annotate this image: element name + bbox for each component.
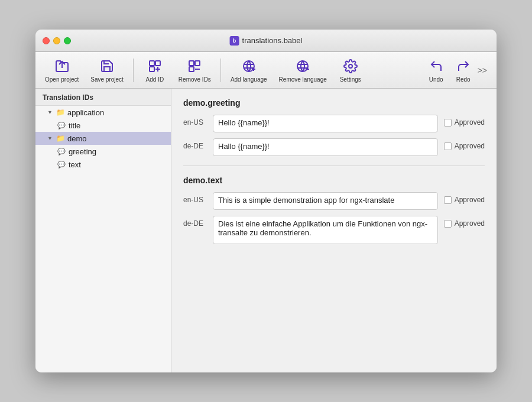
translation-input-text-de[interactable]: Dies ist eine einfache Applikation um di… xyxy=(213,216,438,244)
maximize-button[interactable] xyxy=(64,37,71,44)
title-bar: b translations.babel xyxy=(35,30,497,52)
svg-rect-3 xyxy=(150,67,154,72)
remove-ids-label: Remove IDs xyxy=(179,76,211,83)
file-title-icon: 💬 xyxy=(57,121,66,130)
remove-language-label: Remove language xyxy=(279,76,327,83)
svg-rect-6 xyxy=(189,61,194,66)
settings-button[interactable]: Settings xyxy=(334,56,367,85)
app-window: b translations.babel Open project xyxy=(35,30,497,372)
file-text-icon: 💬 xyxy=(57,160,66,169)
svg-point-19 xyxy=(349,64,352,68)
settings-label: Settings xyxy=(340,76,361,83)
sidebar-item-demo-greeting[interactable]: 💬 greeting xyxy=(35,145,171,158)
approved-checkbox-greeting-de[interactable] xyxy=(444,142,452,150)
arrow-demo: ▼ xyxy=(47,135,53,141)
remove-language-icon xyxy=(294,58,311,74)
toolbar-sep-1 xyxy=(133,59,134,82)
sidebar-item-application-label: application xyxy=(67,108,104,117)
svg-rect-7 xyxy=(195,61,200,66)
lang-label-greeting-en: en-US xyxy=(183,115,207,127)
open-project-button[interactable]: Open project xyxy=(40,56,83,85)
save-project-button[interactable]: Save project xyxy=(86,56,128,85)
lang-label-text-en: en-US xyxy=(183,192,207,204)
translation-row-greeting-en: en-US Hello {{name}}! Approved xyxy=(183,115,485,132)
redo-label: Redo xyxy=(456,76,471,83)
content-area: demo.greeting en-US Hello {{name}}! Appr… xyxy=(171,89,497,372)
window-title-text: translations.babel xyxy=(242,36,303,45)
redo-icon xyxy=(455,58,472,74)
approved-area-text-de: Approved xyxy=(444,216,485,228)
remove-ids-button[interactable]: Remove IDs xyxy=(174,56,216,85)
minimize-button[interactable] xyxy=(53,37,60,44)
sidebar-item-title-label: title xyxy=(69,121,80,130)
toolbar-right: Undo Redo >> xyxy=(423,56,492,85)
section-title-greeting: demo.greeting xyxy=(183,98,485,108)
main-content: Translation IDs ▼ 📁 application 💬 title … xyxy=(35,89,497,372)
toolbar: Open project Save project xyxy=(35,52,497,89)
svg-point-10 xyxy=(244,61,254,72)
undo-label: Undo xyxy=(429,76,443,83)
approved-label-text-en: Approved xyxy=(455,196,485,204)
sidebar-item-application-title[interactable]: 💬 title xyxy=(35,119,171,132)
translation-row-text-de: de-DE Dies ist eine einfache Applikation… xyxy=(183,216,485,244)
lang-label-greeting-de: de-DE xyxy=(183,138,207,150)
sidebar-item-application[interactable]: ▼ 📁 application xyxy=(35,106,171,119)
undo-icon xyxy=(428,58,445,74)
sidebar-item-demo-text[interactable]: 💬 text xyxy=(35,158,171,171)
add-id-icon xyxy=(147,58,163,74)
settings-icon xyxy=(342,58,359,74)
undo-button[interactable]: Undo xyxy=(423,56,449,85)
remove-ids-icon xyxy=(186,58,203,74)
approved-checkbox-text-en[interactable] xyxy=(444,196,452,204)
add-id-label: Add ID xyxy=(146,76,164,83)
section-divider xyxy=(183,166,485,166)
app-icon: b xyxy=(230,36,239,46)
more-button[interactable]: >> xyxy=(478,66,487,75)
save-project-icon xyxy=(99,58,115,74)
svg-rect-1 xyxy=(150,61,154,66)
toolbar-sep-2 xyxy=(220,59,221,82)
approved-checkbox-text-de[interactable] xyxy=(444,220,452,228)
folder-application-icon: 📁 xyxy=(56,108,65,117)
translation-row-greeting-de: de-DE Hallo {{name}}! Approved xyxy=(183,138,485,156)
sidebar-item-demo-label: demo xyxy=(67,134,87,143)
window-title: b translations.babel xyxy=(230,36,303,46)
translation-row-text-en: en-US This is a simple demonstration app… xyxy=(183,192,485,210)
approved-label-text-de: Approved xyxy=(455,219,485,228)
arrow-application: ▼ xyxy=(47,109,53,115)
approved-label-greeting-en: Approved xyxy=(455,118,485,127)
svg-rect-2 xyxy=(155,61,160,66)
open-project-label: Open project xyxy=(45,76,79,83)
lang-label-text-de: de-DE xyxy=(183,216,207,228)
traffic-lights xyxy=(43,37,71,44)
add-language-icon xyxy=(241,58,257,74)
approved-area-greeting-de: Approved xyxy=(444,138,485,150)
sidebar-item-demo[interactable]: ▼ 📁 demo xyxy=(35,132,171,145)
sidebar-header: Translation IDs xyxy=(35,89,171,106)
sidebar: Translation IDs ▼ 📁 application 💬 title … xyxy=(35,89,171,372)
svg-rect-8 xyxy=(189,67,194,72)
translation-input-greeting-en[interactable]: Hello {{name}}! xyxy=(213,115,438,132)
redo-button[interactable]: Redo xyxy=(450,56,476,85)
open-project-icon xyxy=(54,58,70,74)
approved-area-greeting-en: Approved xyxy=(444,115,485,127)
add-id-button[interactable]: Add ID xyxy=(138,56,171,85)
close-button[interactable] xyxy=(43,37,50,44)
add-language-button[interactable]: Add language xyxy=(226,56,272,85)
approved-checkbox-greeting-en[interactable] xyxy=(444,119,452,127)
translation-input-text-en[interactable]: This is a simple demonstration app for n… xyxy=(213,192,438,210)
file-greeting-icon: 💬 xyxy=(57,147,66,156)
save-project-label: Save project xyxy=(90,76,124,83)
translation-input-greeting-de[interactable]: Hallo {{name}}! xyxy=(213,138,438,156)
add-language-label: Add language xyxy=(231,76,267,83)
folder-demo-icon: 📁 xyxy=(56,134,65,143)
approved-area-text-en: Approved xyxy=(444,192,485,204)
svg-point-15 xyxy=(297,61,308,72)
sidebar-item-greeting-label: greeting xyxy=(69,147,96,156)
section-title-text: demo.text xyxy=(183,176,485,185)
remove-language-button[interactable]: Remove language xyxy=(274,56,332,85)
sidebar-item-text-label: text xyxy=(69,160,81,169)
approved-label-greeting-de: Approved xyxy=(455,142,485,150)
